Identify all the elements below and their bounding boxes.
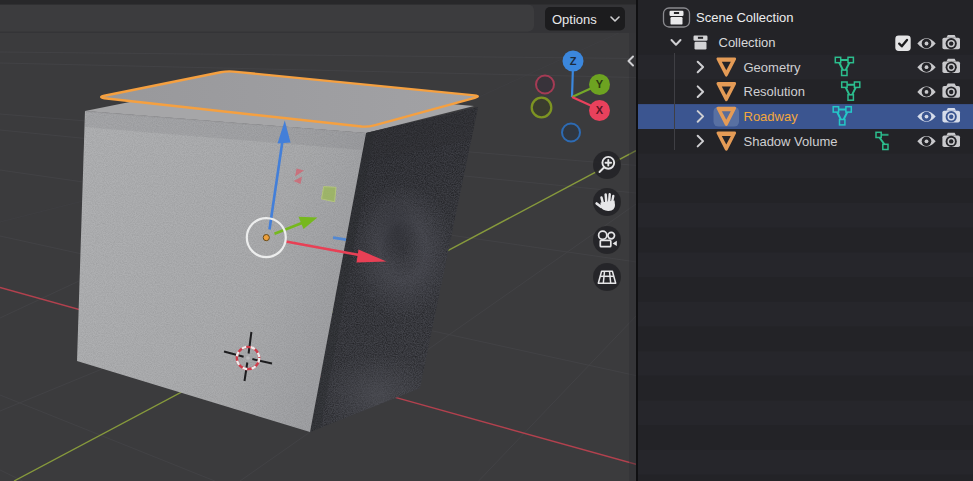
svg-text:Collection: Collection bbox=[719, 35, 776, 50]
svg-text:Geometry: Geometry bbox=[744, 60, 802, 75]
svg-text:X: X bbox=[596, 104, 604, 116]
svg-text:Resolution: Resolution bbox=[744, 84, 805, 99]
svg-text:Roadway: Roadway bbox=[744, 109, 799, 124]
svg-text:Options: Options bbox=[552, 12, 597, 27]
svg-text:Scene Collection: Scene Collection bbox=[696, 10, 794, 25]
svg-text:Y: Y bbox=[596, 78, 604, 90]
svg-text:Shadow Volume: Shadow Volume bbox=[744, 134, 838, 149]
svg-text:Z: Z bbox=[570, 55, 577, 67]
